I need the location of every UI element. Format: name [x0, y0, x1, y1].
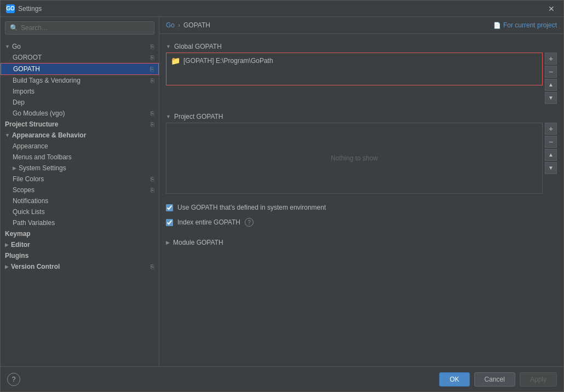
sidebar-tree: ▼ Go ⎘ GOROOT ⎘ GOPATH ⎘ Build Tags & Ve… [1, 39, 159, 366]
global-gopath-header[interactable]: ▼ Global GOPATH [166, 41, 557, 53]
copy-icon: ⎘ [151, 54, 154, 61]
sidebar: 🔍 ▼ Go ⎘ GOROOT ⎘ GOPATH ⎘ [1, 17, 159, 366]
use-gopath-label: Use GOPATH that's defined in system envi… [177, 204, 326, 211]
sidebar-item-appearance[interactable]: Appearance [1, 141, 159, 152]
sidebar-item-build-tags[interactable]: Build Tags & Vendoring ⎘ [1, 75, 159, 86]
sidebar-item-label: Appearance [13, 142, 48, 150]
global-gopath-section: ▼ Global GOPATH 📁 [GOPATH] E:\Program\Go… [166, 41, 557, 104]
titlebar: GO Settings ✕ [1, 1, 563, 17]
use-gopath-checkbox[interactable] [166, 204, 173, 211]
index-gopath-label: Index entire GOPATH [177, 218, 240, 226]
chevron-down-icon: ▼ [166, 44, 171, 49]
content-area: 🔍 ▼ Go ⎘ GOROOT ⎘ GOPATH ⎘ [1, 17, 563, 366]
sidebar-item-path-variables[interactable]: Path Variables [1, 217, 159, 228]
chevron-down-icon: ▼ [166, 114, 171, 119]
sidebar-item-goroot[interactable]: GOROOT ⎘ [1, 52, 159, 63]
chevron-right-icon: ▶ [13, 165, 16, 171]
sidebar-item-label: System Settings [19, 164, 66, 172]
main-panel: Go › GOPATH 📄 For current project ▼ Glob… [159, 17, 563, 366]
sidebar-item-menus-toolbars[interactable]: Menus and Toolbars [1, 152, 159, 163]
sidebar-item-label: Project Structure [5, 120, 58, 128]
project-gopath-header[interactable]: ▼ Project GOPATH [166, 111, 557, 123]
help-icon[interactable]: ? [245, 218, 254, 227]
sidebar-item-keymap[interactable]: Keymap [1, 228, 159, 239]
sidebar-item-label: GOROOT [13, 54, 42, 61]
sidebar-item-label: Appearance & Behavior [12, 131, 86, 139]
sidebar-item-label: Imports [13, 88, 34, 95]
sidebar-item-label: Notifications [13, 197, 48, 205]
sidebar-item-dep[interactable]: Dep [1, 97, 159, 108]
use-gopath-row: Use GOPATH that's defined in system envi… [166, 201, 557, 214]
folder-icon: 📁 [171, 56, 180, 65]
sidebar-item-label: Menus and Toolbars [13, 153, 72, 161]
index-gopath-row: Index entire GOPATH ? [166, 216, 557, 229]
close-button[interactable]: ✕ [545, 3, 558, 14]
project-gopath-controls: + − ▲ ▼ [545, 123, 557, 174]
project-gopath-section: ▼ Project GOPATH Nothing to show + − ▲ ▼ [166, 111, 557, 194]
sidebar-item-file-colors[interactable]: File Colors ⎘ [1, 174, 159, 185]
sidebar-item-gopath[interactable]: GOPATH ⎘ [1, 63, 159, 75]
project-gopath-list: Nothing to show [166, 123, 543, 194]
remove-project-gopath-button[interactable]: − [545, 136, 557, 148]
sidebar-item-scopes[interactable]: Scopes ⎘ [1, 185, 159, 195]
search-icon: 🔍 [10, 24, 18, 32]
sidebar-item-label: File Colors [13, 175, 44, 183]
copy-icon: ⎘ [151, 43, 154, 50]
ok-button[interactable]: OK [439, 372, 469, 387]
path-item[interactable]: 📁 [GOPATH] E:\Program\GoPath [166, 53, 542, 68]
cancel-button[interactable]: Cancel [474, 372, 515, 387]
sidebar-item-imports[interactable]: Imports [1, 86, 159, 97]
move-down-global-gopath-button[interactable]: ▼ [545, 92, 557, 104]
empty-state-label: Nothing to show [331, 154, 378, 162]
sidebar-item-label: Keymap [5, 230, 31, 238]
sidebar-item-label: Plugins [5, 252, 28, 260]
copy-icon: ⎘ [151, 263, 154, 270]
search-box[interactable]: 🔍 [5, 21, 154, 34]
sidebar-item-label: Dep [13, 99, 25, 106]
move-down-project-gopath-button[interactable]: ▼ [545, 162, 557, 174]
sidebar-item-notifications[interactable]: Notifications [1, 195, 159, 206]
help-button[interactable]: ? [7, 373, 20, 386]
move-up-project-gopath-button[interactable]: ▲ [545, 149, 557, 161]
copy-icon: ⎘ [151, 110, 154, 117]
for-current-project-link[interactable]: 📄 For current project [493, 21, 557, 29]
sidebar-item-appearance-behavior[interactable]: ▼ Appearance & Behavior [1, 130, 159, 141]
module-gopath-header[interactable]: ▶ Module GOPATH [166, 237, 557, 249]
copy-icon: ⎘ [151, 77, 154, 84]
breadcrumb-parent[interactable]: Go [166, 21, 175, 29]
sidebar-item-system-settings[interactable]: ▶ System Settings [1, 163, 159, 174]
chevron-right-icon: ▶ [5, 242, 9, 247]
sidebar-item-go-modules[interactable]: Go Modules (vgo) ⎘ [1, 108, 159, 119]
breadcrumb-separator: › [178, 21, 180, 29]
sidebar-item-plugins[interactable]: Plugins [1, 250, 159, 261]
app-icon: GO [6, 4, 15, 13]
sidebar-item-label: Go Modules (vgo) [13, 109, 65, 117]
sidebar-item-label: Path Variables [13, 219, 55, 227]
move-up-global-gopath-button[interactable]: ▲ [545, 79, 557, 91]
remove-global-gopath-button[interactable]: − [545, 66, 557, 78]
breadcrumb: Go › GOPATH 📄 For current project [159, 17, 563, 34]
copy-icon: ⎘ [150, 66, 154, 72]
sidebar-item-go[interactable]: ▼ Go ⎘ [1, 41, 159, 52]
search-input[interactable] [21, 24, 149, 32]
sidebar-item-label: Editor [11, 241, 30, 249]
settings-window: GO Settings ✕ 🔍 ▼ Go ⎘ GOROOT ⎘ [0, 0, 564, 392]
sidebar-item-editor[interactable]: ▶ Editor [1, 239, 159, 250]
sidebar-item-quick-lists[interactable]: Quick Lists [1, 206, 159, 217]
path-item-label: [GOPATH] E:\Program\GoPath [183, 57, 273, 65]
sidebar-item-project-structure[interactable]: Project Structure ⎘ [1, 119, 159, 130]
add-global-gopath-button[interactable]: + [545, 53, 557, 65]
main-content: ▼ Global GOPATH 📁 [GOPATH] E:\Program\Go… [159, 34, 563, 366]
breadcrumb-current: GOPATH [183, 21, 210, 29]
sidebar-item-version-control[interactable]: ▶ Version Control ⎘ [1, 261, 159, 272]
global-gopath-controls: + − ▲ ▼ [545, 53, 557, 104]
apply-button[interactable]: Apply [520, 372, 557, 387]
sidebar-item-label: Quick Lists [13, 208, 45, 216]
copy-icon: ⎘ [151, 121, 154, 128]
footer: ? OK Cancel Apply [1, 366, 563, 391]
copy-icon: ⎘ [151, 187, 154, 193]
footer-left: ? [7, 373, 20, 386]
index-gopath-checkbox[interactable] [166, 219, 173, 226]
add-project-gopath-button[interactable]: + [545, 123, 557, 135]
file-icon: 📄 [493, 22, 501, 29]
